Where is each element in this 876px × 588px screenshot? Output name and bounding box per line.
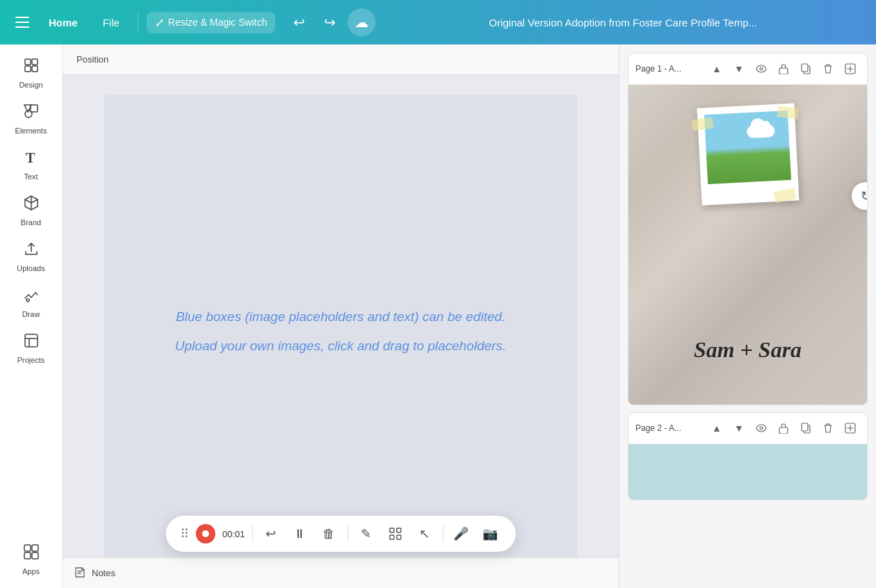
svg-rect-19 — [779, 68, 788, 74]
canvas-content: Blue boxes (image placeholders and text)… — [104, 95, 577, 568]
uploads-icon — [23, 240, 40, 261]
page2-eye-button[interactable] — [752, 418, 771, 438]
page2-thumbnail[interactable] — [628, 444, 867, 500]
notes-label: Notes — [92, 568, 115, 578]
recording-undo-button[interactable]: ↩ — [259, 523, 282, 545]
sidebar-item-draw-label: Draw — [22, 310, 40, 318]
svg-rect-15 — [396, 528, 400, 532]
svg-point-18 — [760, 67, 763, 70]
svg-rect-2 — [25, 66, 31, 72]
svg-rect-0 — [25, 59, 31, 65]
page1-thumbnail[interactable]: Sam + Sara ↻ — [628, 85, 867, 405]
sidebar-item-projects[interactable]: Projects — [0, 325, 62, 371]
sidebar-item-uploads[interactable]: Uploads — [0, 234, 62, 279]
topbar-actions: ↩ ↪ ☁ — [286, 8, 375, 36]
page1-add-button[interactable] — [841, 59, 860, 79]
topbar: Home File ⤢ Resize & Magic Switch ↩ ↪ ☁ … — [0, 0, 876, 44]
recording-cam-button[interactable]: 📷 — [479, 523, 501, 545]
recording-pen-button[interactable]: ✎ — [355, 523, 377, 545]
page2-down-button[interactable]: ▼ — [729, 418, 749, 438]
text-icon: T — [23, 149, 40, 170]
page1-label: Page 1 - A... — [635, 64, 701, 74]
record-indicator — [202, 530, 209, 537]
svg-rect-11 — [32, 545, 38, 551]
svg-rect-16 — [389, 535, 394, 539]
recording-record-button[interactable] — [196, 524, 216, 544]
svg-text:T: T — [26, 150, 35, 165]
hamburger-menu[interactable] — [11, 11, 33, 33]
page1-lock-button[interactable] — [774, 59, 793, 79]
sidebar-item-elements[interactable]: Elements — [0, 96, 62, 142]
page1-up-button[interactable]: ▲ — [707, 59, 727, 79]
page1-eye-button[interactable] — [752, 59, 771, 79]
page1-copy-button[interactable] — [796, 59, 816, 79]
svg-point-8 — [26, 299, 29, 302]
page2-delete-button[interactable] — [818, 418, 838, 438]
recording-pause-button[interactable]: ⏸ — [289, 523, 311, 545]
page2-card: Page 2 - A... ▲ ▼ — [628, 412, 868, 500]
nav-divider — [138, 13, 138, 32]
page1-polaroid — [697, 103, 799, 205]
main-area: Position Blue boxes (image placeholders … — [63, 44, 876, 588]
projects-icon — [23, 332, 40, 353]
svg-rect-24 — [779, 427, 788, 434]
sidebar-item-draw[interactable]: Draw — [0, 279, 62, 325]
sidebar-item-text[interactable]: T Text — [0, 142, 62, 188]
sidebar-item-elements-label: Elements — [15, 126, 47, 135]
sidebar-item-text-label: Text — [24, 172, 38, 181]
resize-magic-switch-button[interactable]: ⤢ Resize & Magic Switch — [147, 12, 275, 33]
recording-arrow-button[interactable]: ↖ — [413, 523, 435, 545]
sidebar-item-brand[interactable]: Brand — [0, 188, 62, 234]
svg-rect-12 — [24, 553, 31, 559]
rec-divider-1 — [252, 525, 252, 542]
resize-icon: ⤢ — [155, 16, 164, 29]
page1-card: Page 1 - A... ▲ ▼ — [628, 53, 868, 405]
recording-mic-button[interactable]: 🎤 — [450, 523, 472, 545]
polaroid-image — [704, 111, 790, 184]
page2-add-button[interactable] — [841, 418, 860, 438]
recording-toolbar: ⠿ 00:01 ↩ ⏸ 🗑 ✎ ↖ 🎤 📷 — [166, 516, 516, 552]
home-nav[interactable]: Home — [39, 13, 88, 33]
elements-icon — [23, 103, 40, 124]
page1-delete-button[interactable] — [818, 59, 838, 79]
position-bar: Position — [63, 44, 619, 75]
svg-rect-13 — [32, 553, 38, 559]
page1-down-button[interactable]: ▼ — [729, 59, 749, 79]
file-nav[interactable]: File — [93, 13, 129, 33]
sidebar-bottom: Apps — [0, 537, 62, 582]
sidebar-item-design[interactable]: Design — [0, 50, 62, 96]
recording-delete-button[interactable]: 🗑 — [318, 523, 340, 545]
sidebar-item-apps[interactable]: Apps — [0, 537, 62, 582]
svg-rect-26 — [802, 423, 808, 431]
sidebar-item-design-label: Design — [19, 81, 42, 89]
brand-icon — [23, 195, 40, 215]
page1-names: Sam + Sara — [694, 337, 802, 363]
page2-label: Page 2 - A... — [635, 423, 701, 433]
page1-actions: ▲ ▼ — [707, 59, 860, 79]
canvas-viewport[interactable]: Blue boxes (image placeholders and text)… — [63, 75, 619, 588]
svg-rect-10 — [24, 545, 31, 551]
canvas-area: Position Blue boxes (image placeholders … — [63, 44, 619, 588]
sidebar-item-projects-label: Projects — [17, 356, 45, 364]
page1-stone-bg: Sam + Sara — [628, 85, 867, 405]
recording-grid-button[interactable] — [384, 523, 406, 545]
tape-bottomright — [773, 188, 796, 203]
position-label: Position — [76, 54, 108, 65]
svg-rect-14 — [389, 528, 394, 532]
right-panel: Page 1 - A... ▲ ▼ — [619, 44, 876, 588]
canvas-hint-line1: Blue boxes (image placeholders and text)… — [176, 309, 505, 325]
page2-copy-button[interactable] — [796, 418, 816, 438]
undo-button[interactable]: ↩ — [286, 10, 311, 35]
cloud-save-button[interactable]: ☁ — [348, 8, 375, 36]
sidebar-item-apps-label: Apps — [22, 567, 40, 575]
svg-point-23 — [760, 427, 763, 430]
recording-dots-handle[interactable]: ⠿ — [180, 526, 189, 541]
recording-time: 00:01 — [222, 529, 245, 539]
svg-rect-5 — [31, 105, 38, 112]
page2-header: Page 2 - A... ▲ ▼ — [628, 413, 867, 444]
page2-lock-button[interactable] — [774, 418, 793, 438]
redo-button[interactable]: ↪ — [317, 10, 342, 35]
sidebar-item-brand-label: Brand — [21, 218, 41, 227]
design-icon — [23, 57, 40, 78]
page2-up-button[interactable]: ▲ — [707, 418, 727, 438]
